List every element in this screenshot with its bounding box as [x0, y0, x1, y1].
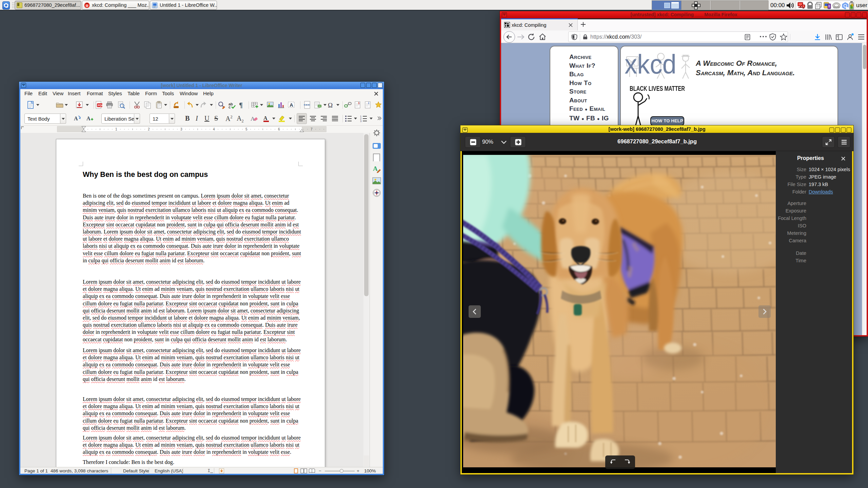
- svg-text:A: A: [86, 116, 91, 121]
- svg-text:A: A: [373, 165, 378, 172]
- svg-text:2: 2: [148, 127, 150, 131]
- svg-text:6: 6: [278, 127, 280, 131]
- svg-text:1: 1: [358, 101, 360, 105]
- svg-text:A: A: [290, 102, 293, 108]
- svg-text:3: 3: [180, 127, 182, 131]
- svg-text:¶: ¶: [239, 101, 243, 109]
- svg-text:PDF: PDF: [98, 104, 103, 107]
- svg-text:c: c: [229, 105, 231, 109]
- svg-text:5: 5: [245, 127, 248, 131]
- svg-text:3: 3: [360, 120, 361, 123]
- svg-text:7: 7: [311, 127, 313, 131]
- svg-text:A: A: [74, 116, 78, 121]
- svg-text:1: 1: [115, 127, 117, 131]
- svg-text:i: i: [368, 101, 369, 105]
- svg-text:A: A: [263, 115, 268, 121]
- svg-text:4: 4: [213, 127, 215, 131]
- svg-text:Ω: Ω: [328, 102, 333, 109]
